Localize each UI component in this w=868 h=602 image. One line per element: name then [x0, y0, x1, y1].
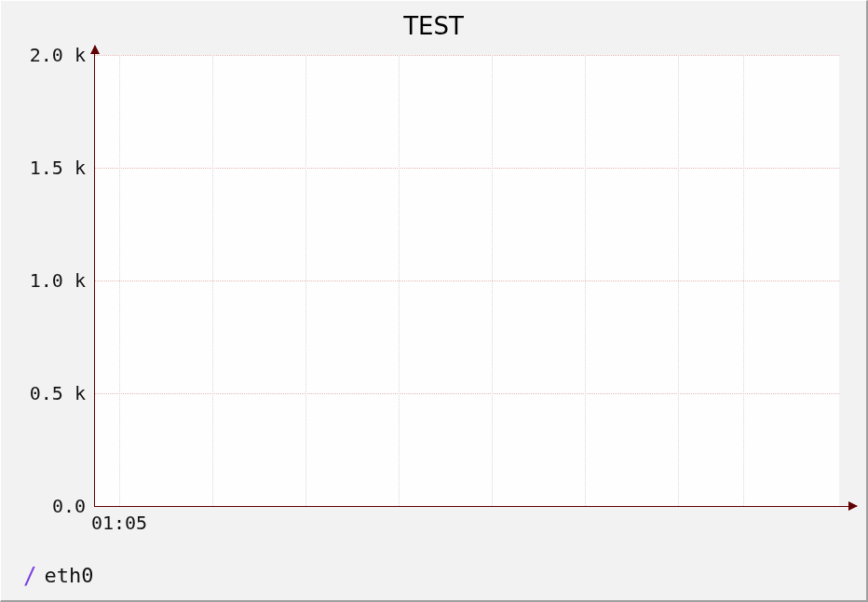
- vgrid: [585, 55, 586, 506]
- y-axis: [94, 46, 95, 506]
- hgrid: [94, 280, 839, 281]
- plot-area: [94, 55, 839, 506]
- vgrid: [743, 55, 744, 506]
- chart-title: TEST: [1, 12, 866, 40]
- y-tick-label: 1.5 k: [2, 157, 86, 179]
- vgrid: [492, 55, 493, 506]
- vgrid: [399, 55, 400, 506]
- legend-swatch-icon: /: [23, 565, 36, 587]
- hgrid: [94, 168, 839, 169]
- x-tick-label: 01:05: [91, 512, 147, 534]
- hgrid: [94, 55, 839, 56]
- vgrid: [305, 55, 306, 506]
- hgrid: [94, 393, 839, 394]
- chart-panel: TEST 0.00.5 k1.0 k1.5 k2.0 k 01:05 / eth…: [0, 0, 868, 602]
- legend-item-label: eth0: [44, 564, 93, 587]
- vgrid: [119, 55, 120, 506]
- y-tick-label: 0.5 k: [2, 382, 86, 404]
- vgrid: [212, 55, 213, 506]
- y-tick-label: 0.0: [2, 495, 86, 517]
- y-tick-label: 1.0 k: [2, 269, 86, 292]
- vgrid: [678, 55, 679, 506]
- legend: / eth0: [23, 564, 93, 587]
- x-axis: [94, 506, 857, 507]
- y-tick-label: 2.0 k: [2, 44, 86, 66]
